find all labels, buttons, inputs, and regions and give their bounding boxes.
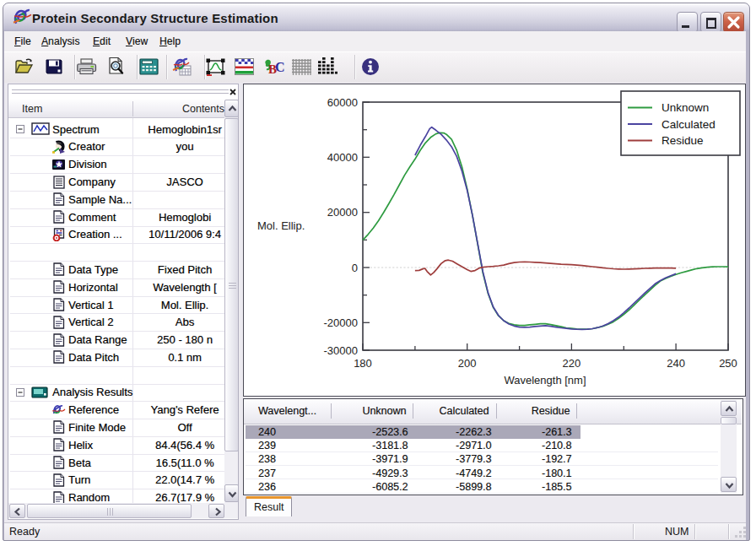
svg-text:200: 200: [458, 357, 477, 370]
svg-text:0: 0: [352, 262, 358, 274]
svg-text:Residue: Residue: [662, 134, 704, 147]
svg-text:-30000: -30000: [324, 344, 358, 357]
svg-text:240: 240: [667, 357, 685, 370]
svg-text:40000: 40000: [327, 151, 358, 164]
svg-text:-20000: -20000: [324, 316, 358, 329]
svg-text:Unknown: Unknown: [662, 101, 709, 114]
svg-text:20000: 20000: [327, 206, 358, 219]
svg-text:180: 180: [354, 357, 372, 370]
svg-text:220: 220: [563, 357, 581, 370]
svg-text:250: 250: [719, 357, 737, 370]
svg-text:Wavelength [nm]: Wavelength [nm]: [504, 374, 586, 387]
svg-text:60000: 60000: [327, 96, 358, 109]
svg-text:Calculated: Calculated: [662, 118, 716, 131]
svg-text:C: C: [275, 60, 284, 74]
svg-text:Mol. Ellip.: Mol. Ellip.: [257, 219, 305, 232]
